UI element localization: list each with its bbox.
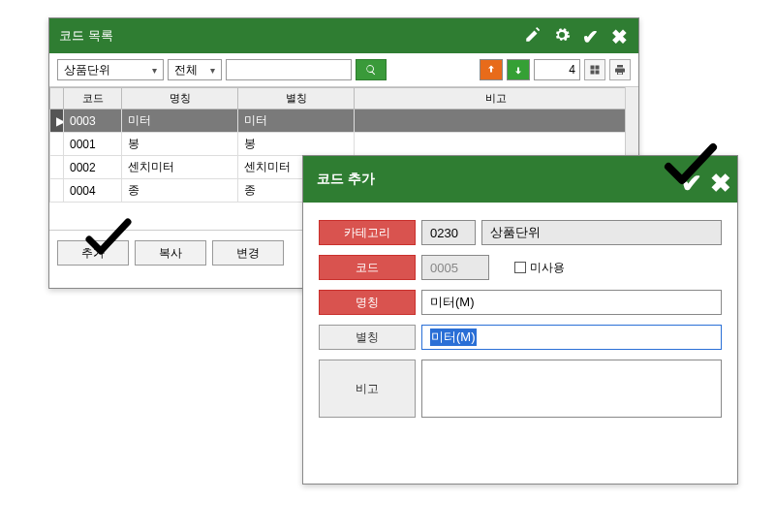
close-icon[interactable]: ✖ xyxy=(611,27,629,45)
toolbar: 상품단위 ▾ 전체 ▾ 4 xyxy=(49,53,638,87)
modify-button-label: 변경 xyxy=(236,245,260,262)
alias-value: 미터(M) xyxy=(430,329,477,346)
arrow-down-icon xyxy=(512,64,524,76)
filter-dropdown-value: 전체 xyxy=(174,62,198,78)
add-button[interactable]: 추가 xyxy=(57,240,129,266)
cell-code: 0003 xyxy=(64,110,122,133)
search-input[interactable] xyxy=(226,59,352,80)
col-remark[interactable]: 비고 xyxy=(355,88,638,110)
download-button[interactable] xyxy=(507,59,530,80)
name-label: 명칭 xyxy=(319,290,416,315)
unused-label: 미사용 xyxy=(530,260,565,276)
cell-remark xyxy=(355,110,638,133)
row-category: 카테고리 0230 상품단위 xyxy=(319,220,722,245)
row-marker: ▶ xyxy=(50,110,64,133)
checkbox-box-icon xyxy=(514,262,526,273)
cell-name: 센치미터 xyxy=(122,156,238,179)
apply-icon[interactable]: ✔ xyxy=(582,27,600,45)
gear-icon[interactable] xyxy=(553,26,571,47)
remark-label: 비고 xyxy=(319,360,416,418)
cell-code: 0002 xyxy=(64,156,122,179)
row-alias: 별칭 미터(M) xyxy=(319,325,722,350)
name-value: 미터(M) xyxy=(430,294,475,311)
filter-dropdown[interactable]: 전체 ▾ xyxy=(168,59,222,80)
dialog-title: 코드 추가 xyxy=(313,171,681,188)
col-alias[interactable]: 별칭 xyxy=(238,88,355,110)
row-marker xyxy=(50,133,64,156)
category-name: 상품단위 xyxy=(481,220,722,245)
dialog-close-icon[interactable]: ✖ xyxy=(710,171,728,188)
row-count: 4 xyxy=(534,59,580,80)
code-list-titlebar: 코드 목록 ✔ ✖ xyxy=(49,18,638,53)
col-name[interactable]: 명칭 xyxy=(122,88,238,110)
row-marker xyxy=(50,179,64,203)
alias-label: 별칭 xyxy=(319,325,416,350)
print-icon xyxy=(614,64,626,76)
cell-remark xyxy=(355,133,638,156)
cell-name: 미터 xyxy=(122,110,238,133)
category-label: 카테고리 xyxy=(319,220,416,245)
category-dropdown-value: 상품단위 xyxy=(64,62,110,78)
chevron-down-icon: ▾ xyxy=(152,65,157,76)
dialog-titlebar-icons: ✔ ✖ xyxy=(681,171,728,188)
table-row[interactable]: ▶ 0003 미터 미터 xyxy=(50,110,638,133)
category-dropdown[interactable]: 상품단위 ▾ xyxy=(57,59,164,80)
cell-code: 0001 xyxy=(64,133,122,156)
name-input[interactable]: 미터(M) xyxy=(421,290,722,315)
alias-input[interactable]: 미터(M) xyxy=(421,325,722,350)
search-icon xyxy=(365,64,377,76)
chevron-down-icon: ▾ xyxy=(210,65,215,76)
titlebar-icons: ✔ ✖ xyxy=(524,26,629,47)
cell-code: 0004 xyxy=(64,179,122,203)
copy-button[interactable]: 복사 xyxy=(135,240,206,266)
grid-header-row: 코드 명칭 별칭 비고 xyxy=(50,88,638,110)
row-marker xyxy=(50,156,64,179)
dialog-apply-icon[interactable]: ✔ xyxy=(681,171,698,188)
modify-button[interactable]: 변경 xyxy=(212,240,284,266)
upload-button[interactable] xyxy=(480,59,503,80)
row-code: 코드 0005 미사용 xyxy=(319,255,722,280)
table-row[interactable]: 0001 봉 봉 xyxy=(50,133,638,156)
row-name: 명칭 미터(M) xyxy=(319,290,722,315)
dialog-titlebar: 코드 추가 ✔ ✖ xyxy=(303,156,737,203)
code-value: 0005 xyxy=(421,255,489,280)
row-marker-header xyxy=(50,88,64,110)
category-code: 0230 xyxy=(421,220,476,245)
row-count-value: 4 xyxy=(569,63,575,77)
code-label: 코드 xyxy=(319,255,416,280)
grid-icon xyxy=(589,64,601,76)
col-code[interactable]: 코드 xyxy=(64,88,122,110)
cell-name: 종 xyxy=(122,179,238,203)
search-button[interactable] xyxy=(356,59,387,80)
remark-input[interactable] xyxy=(421,360,722,418)
code-list-title: 코드 목록 xyxy=(59,27,524,45)
cell-alias: 봉 xyxy=(238,133,355,156)
print-button[interactable] xyxy=(609,59,631,80)
dialog-form: 카테고리 0230 상품단위 코드 0005 미사용 명칭 미터(M) 별칭 미… xyxy=(303,203,737,435)
edit-icon[interactable] xyxy=(524,26,542,47)
arrow-up-icon xyxy=(485,64,497,76)
add-button-label: 추가 xyxy=(81,245,105,262)
cell-name: 봉 xyxy=(122,133,238,156)
excel-button[interactable] xyxy=(584,59,605,80)
unused-checkbox[interactable]: 미사용 xyxy=(514,255,565,280)
copy-button-label: 복사 xyxy=(159,245,182,262)
cell-alias: 미터 xyxy=(238,110,355,133)
code-add-dialog: 코드 추가 ✔ ✖ 카테고리 0230 상품단위 코드 0005 미사용 명칭 … xyxy=(302,155,738,485)
row-remark: 비고 xyxy=(319,360,722,418)
